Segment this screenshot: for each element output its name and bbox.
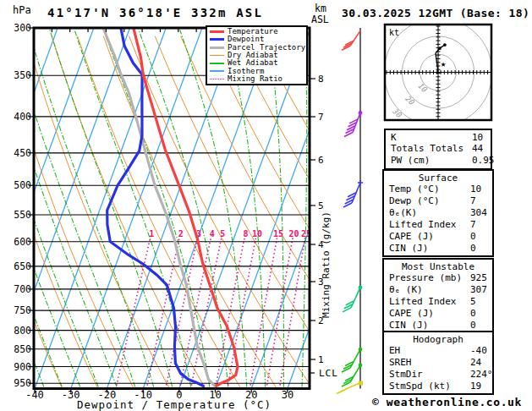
table-row-value: 44 bbox=[472, 143, 483, 155]
legend-item-label: Mixing Ratio bbox=[228, 75, 282, 83]
km-tick-label: 8 bbox=[318, 74, 324, 85]
mixing-ratio-value-label: 2 bbox=[178, 229, 184, 238]
table-row-value: 304 bbox=[470, 207, 487, 219]
table-row: Pressure (mb)925 bbox=[384, 272, 492, 284]
copyright-note: © weatheronline.co.uk bbox=[372, 396, 522, 408]
table-title: Hodograph bbox=[384, 334, 492, 346]
table-row: StmSpd (kt)19 bbox=[384, 381, 492, 392]
table-row-value: 0 bbox=[470, 231, 476, 243]
legend-swatch-icon bbox=[210, 70, 224, 72]
dewpoint-curve bbox=[107, 28, 205, 386]
table-row-value: 0.95 bbox=[472, 155, 495, 167]
table-row-value: 5 bbox=[470, 296, 476, 308]
mixing-ratio-value-label: 1 bbox=[149, 229, 154, 238]
table-row: Lifted Index5 bbox=[384, 296, 492, 308]
table-title: Surface bbox=[384, 173, 492, 184]
table-row-label: θₑ (K) bbox=[389, 284, 423, 296]
pressure-tick-label: 400 bbox=[14, 111, 31, 123]
table-title: Most Unstable bbox=[384, 261, 492, 273]
pressure-tick-label: 950 bbox=[14, 377, 31, 389]
table-row-value: 307 bbox=[470, 284, 487, 296]
table-row-value: -40 bbox=[470, 345, 487, 357]
table-row-label: SREH bbox=[389, 357, 412, 369]
table-row-label: PW (cm) bbox=[391, 155, 430, 167]
table-row-value: 10 bbox=[472, 132, 483, 144]
table-row-label: CAPE (J) bbox=[389, 231, 434, 243]
table-row-label: CIN (J) bbox=[389, 320, 428, 332]
table-row: CAPE (J)0 bbox=[384, 231, 492, 243]
mixing-ratio-value-label: 5 bbox=[220, 229, 225, 238]
table-row-value: 0 bbox=[470, 308, 476, 320]
stats-table-most_unstable: Most UnstablePressure (mb)925θₑ (K)307Li… bbox=[382, 258, 494, 334]
legend-swatch-icon bbox=[210, 47, 224, 49]
table-row: PW (cm)0.95 bbox=[386, 155, 491, 167]
mixing-ratio-value-label: 20 bbox=[288, 229, 299, 238]
km-tick-label: 5 bbox=[318, 200, 324, 211]
table-row-label: K bbox=[391, 132, 397, 144]
pressure-tick-label: 550 bbox=[14, 209, 31, 221]
temp-tick-label: -40 bbox=[25, 389, 44, 401]
table-row-value: 0 bbox=[470, 320, 476, 332]
mixing-ratio-value-label: 15 bbox=[273, 229, 283, 238]
table-row-value: 0 bbox=[470, 243, 476, 255]
pressure-tick-label: 900 bbox=[14, 361, 31, 373]
legend-swatch-icon bbox=[210, 30, 224, 33]
km-tick-label: 1 bbox=[318, 354, 324, 365]
table-row-label: StmSpd (kt) bbox=[389, 381, 451, 392]
wind-barb bbox=[342, 30, 360, 50]
table-row-label: θₑ(K) bbox=[389, 207, 417, 219]
table-row-label: Pressure (mb) bbox=[389, 272, 462, 284]
table-row-label: EH bbox=[389, 345, 400, 357]
pressure-tick-label: 600 bbox=[14, 236, 31, 248]
table-row-value: 24 bbox=[470, 357, 481, 369]
skewt-sounding-app: hPa 41°17'N 36°18'E 332m ASL km ASL 30.0… bbox=[0, 0, 532, 411]
km-tick-label: 6 bbox=[318, 155, 324, 166]
table-row: Temp (°C)10 bbox=[384, 184, 492, 195]
table-row: EH-40 bbox=[384, 345, 492, 357]
stats-table-hodograph_stats: HodographEH-40SREH24StmDir224°StmSpd (kt… bbox=[382, 331, 494, 395]
table-row: CAPE (J)0 bbox=[384, 308, 492, 320]
table-row-label: CAPE (J) bbox=[389, 308, 434, 320]
pressure-tick-label: 350 bbox=[14, 69, 31, 81]
mixing-ratio-value-label: 4 bbox=[210, 229, 215, 238]
pressure-tick-label: 800 bbox=[14, 325, 31, 337]
legend-swatch-icon bbox=[210, 63, 224, 64]
legend-item: Mixing Ratio bbox=[210, 75, 306, 83]
pressure-tick-label: 500 bbox=[14, 179, 31, 191]
legend-swatch-icon bbox=[210, 55, 224, 57]
temp-axis-title: Dewpoint / Temperature (°C) bbox=[77, 398, 271, 411]
table-row-value: 224° bbox=[470, 369, 493, 381]
table-row: StmDir224° bbox=[384, 369, 492, 381]
mixing-ratio-value-label: 8 bbox=[243, 229, 248, 238]
table-row: K10 bbox=[386, 132, 491, 144]
table-row-label: Dewp (°C) bbox=[389, 195, 440, 207]
hodograph: 102030★kt bbox=[384, 18, 492, 126]
table-row-value: 7 bbox=[470, 195, 476, 207]
mixing-ratio-lines: 12345810152025 bbox=[116, 229, 311, 389]
pressure-tick-label: 650 bbox=[14, 260, 31, 272]
table-row-label: Totals Totals bbox=[391, 143, 463, 155]
pressure-tick-label: 850 bbox=[14, 343, 31, 355]
table-row-value: 10 bbox=[470, 184, 481, 195]
pressure-tick-label: 700 bbox=[14, 283, 31, 295]
hodograph-unit-label: kt bbox=[389, 28, 399, 37]
table-row: θₑ (K)307 bbox=[384, 284, 492, 296]
table-row-value: 925 bbox=[470, 272, 487, 284]
table-row-label: CIN (J) bbox=[389, 243, 428, 255]
pressure-tick-label: 750 bbox=[14, 304, 31, 316]
table-row-label: StmDir bbox=[389, 369, 423, 381]
storm-motion-star: ★ bbox=[441, 58, 447, 69]
table-row-value: 19 bbox=[470, 381, 481, 392]
lcl-label: LCL bbox=[319, 368, 338, 379]
legend-swatch-icon bbox=[210, 79, 224, 79]
table-row: θₑ(K)304 bbox=[384, 207, 492, 219]
pressure-tick-label: 300 bbox=[14, 22, 31, 34]
chart-legend: TemperatureDewpointParcel TrajectoryDry … bbox=[206, 25, 308, 85]
wind-barb-column bbox=[337, 28, 363, 394]
table-row-value: 7 bbox=[470, 219, 476, 231]
table-row: Lifted Index7 bbox=[384, 219, 492, 231]
stats-table-surface: SurfaceTemp (°C)10Dewp (°C)7θₑ(K)304Lift… bbox=[382, 169, 494, 257]
mixing-axis-title: Mixing Ratio (g/kg) bbox=[321, 211, 332, 318]
table-row-label: Lifted Index bbox=[389, 296, 456, 308]
table-row: Totals Totals44 bbox=[386, 143, 491, 155]
